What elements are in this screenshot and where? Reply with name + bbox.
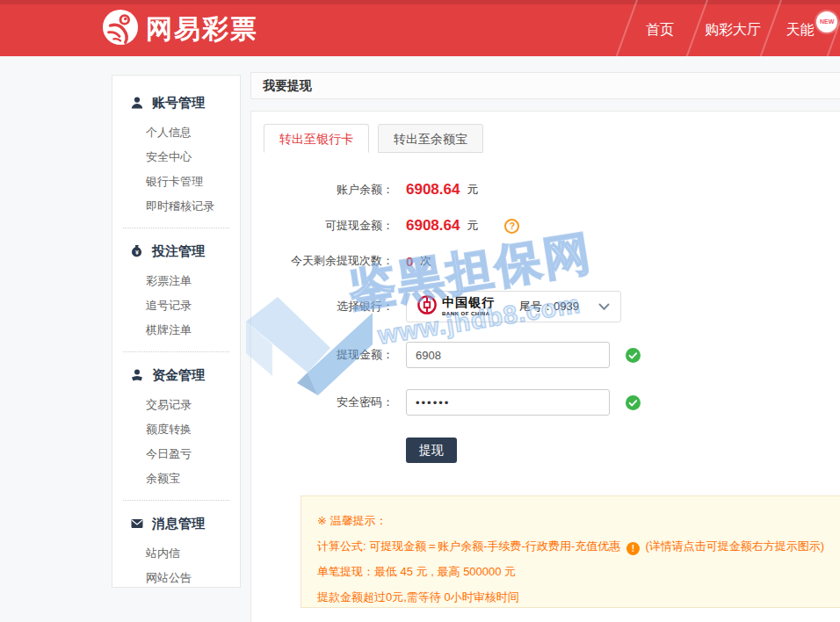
bank-identity: 中国银行 BANK OF CHINA: [417, 295, 495, 318]
sidebar-section-funds[interactable]: 资金管理: [112, 365, 240, 385]
new-badge: NEW: [816, 11, 837, 33]
sidebar-divider: [123, 351, 229, 352]
withdraw-button[interactable]: 提现: [406, 438, 457, 463]
sidebar-item-security-center[interactable]: 安全中心: [112, 145, 240, 170]
sidebar-item-personal-info[interactable]: 个人信息: [112, 120, 240, 145]
bank-name-block: 中国银行 BANK OF CHINA: [442, 297, 495, 316]
funds-icon: [130, 368, 144, 382]
brand-title: 网易彩票: [146, 10, 258, 48]
page-title: 我要提现: [263, 78, 312, 92]
help-icon[interactable]: ?: [504, 219, 519, 234]
notice-box: ※ 温馨提示： 计算公式: 可提现金额＝账户余额-手续费-行政费用-充值优惠 !…: [301, 495, 840, 608]
sidebar-item-audit-records[interactable]: 即时稽核记录: [112, 194, 240, 219]
tab-to-yuebao[interactable]: 转出至余额宝: [378, 124, 483, 153]
sidebar-items-messages: 站内信 网站公告: [112, 541, 240, 590]
withdrawable-value: 6908.64: [406, 217, 460, 235]
bank-row: 选择银行： 中国银行 BANK OF CHINA 尾号：0939: [251, 291, 621, 322]
sidebar-item-chase-records[interactable]: 追号记录: [112, 293, 240, 318]
content-panel: 转出至银行卡 转出至余额宝 账户余额： 6908.64 元 可提现金额： 690…: [250, 111, 840, 622]
svg-text:¥: ¥: [135, 250, 139, 256]
nav-separator: [613, 0, 640, 56]
tab-bar: 转出至银行卡 转出至余额宝: [264, 124, 483, 153]
sidebar-item-site-announcements[interactable]: 网站公告: [112, 566, 240, 590]
brand-home-link[interactable]: 网易彩票: [102, 9, 258, 49]
notice-line-limits: 单笔提现：最低 45 元 , 最高 500000 元: [317, 559, 840, 584]
nav-item-tianneng[interactable]: 天能 NEW: [782, 0, 822, 56]
amount-row: 提现金额：: [251, 342, 641, 368]
nav-item-home[interactable]: 首页: [638, 0, 682, 56]
withdrawable-label: 可提现金额：: [251, 218, 394, 234]
password-label: 安全密码：: [251, 394, 394, 410]
chevron-down-icon: [598, 303, 610, 311]
sidebar-item-lottery-orders[interactable]: 彩票注单: [112, 269, 240, 293]
moneybag-icon: ¥: [130, 244, 144, 258]
user-icon: [130, 96, 144, 110]
withdraw-amount-input[interactable]: [406, 342, 610, 368]
remaining-times-row: 今天剩余提现次数： 0 次: [251, 253, 431, 269]
sidebar-item-board-orders[interactable]: 棋牌注单: [112, 318, 240, 343]
bank-card-tail: 尾号：0939: [519, 299, 579, 315]
remaining-times-label: 今天剩余提现次数：: [251, 253, 394, 269]
bank-name-en: BANK OF CHINA: [442, 311, 495, 316]
balance-row: 账户余额： 6908.64 元: [251, 181, 478, 199]
sidebar-item-today-pnl[interactable]: 今日盈亏: [112, 442, 240, 466]
bank-name-cn: 中国银行: [442, 297, 495, 309]
bank-of-china-logo-icon: [417, 295, 437, 318]
withdrawable-row: 可提现金额： 6908.64 元 ?: [251, 217, 519, 235]
sidebar-section-betting[interactable]: ¥ 投注管理: [112, 242, 240, 261]
page-title-bar: 我要提现: [250, 72, 840, 99]
sidebar-item-inbox[interactable]: 站内信: [112, 541, 240, 566]
sidebar-item-transactions[interactable]: 交易记录: [112, 393, 240, 417]
withdrawable-unit: 元: [467, 218, 478, 234]
sidebar-section-account[interactable]: 账号管理: [112, 93, 240, 112]
balance-unit: 元: [467, 182, 478, 198]
bank-select[interactable]: 中国银行 BANK OF CHINA 尾号：0939: [406, 291, 621, 322]
notice-line-review: 提款金额超过0元,需等待 0小时审核时间: [317, 584, 840, 610]
balance-label: 账户余额：: [251, 182, 394, 198]
remaining-times-value: 0: [406, 254, 413, 269]
sidebar-divider: [123, 500, 229, 501]
sidebar: 账号管理 个人信息 安全中心 银行卡管理 即时稽核记录 ¥ 投注管理 彩票注单 …: [112, 75, 241, 588]
bank-label: 选择银行：: [251, 299, 394, 315]
tab-to-bank-card[interactable]: 转出至银行卡: [264, 124, 369, 153]
valid-check-icon: [626, 348, 641, 363]
sidebar-divider: [123, 228, 229, 228]
amount-label: 提现金额：: [251, 347, 394, 363]
notice-title: ※ 温馨提示：: [317, 508, 840, 533]
sidebar-section-messages[interactable]: 消息管理: [112, 514, 240, 533]
balance-value: 6908.64: [406, 181, 460, 199]
header: 网易彩票 首页 购彩大厅 天能 NEW: [0, 0, 840, 56]
password-row: 安全密码：: [251, 389, 641, 416]
valid-check-icon: [626, 395, 641, 410]
security-password-input[interactable]: [406, 389, 610, 416]
notice-line-formula: 计算公式: 可提现金额＝账户余额-手续费-行政费用-充值优惠 ! (详情请点击可…: [317, 533, 840, 559]
netease-lottery-logo-icon: [102, 9, 139, 49]
alert-icon[interactable]: !: [626, 542, 640, 555]
sidebar-item-bank-card[interactable]: 银行卡管理: [112, 170, 240, 194]
sidebar-items-betting: 彩票注单 追号记录 棋牌注单: [112, 269, 240, 343]
page: 网易彩票 首页 购彩大厅 天能 NEW 账号管理 个人信息 安全中心 银行卡管理…: [0, 0, 840, 622]
nav-item-lottery-hall[interactable]: 购彩大厅: [699, 0, 766, 56]
sidebar-item-yuebao[interactable]: 余额宝: [112, 466, 240, 491]
remaining-times-unit: 次: [420, 253, 431, 269]
sidebar-items-account: 个人信息 安全中心 银行卡管理 即时稽核记录: [112, 120, 240, 219]
sidebar-items-funds: 交易记录 额度转换 今日盈亏 余额宝: [112, 393, 240, 491]
sidebar-item-quota-transfer[interactable]: 额度转换: [112, 417, 240, 442]
mail-icon: [130, 517, 144, 531]
